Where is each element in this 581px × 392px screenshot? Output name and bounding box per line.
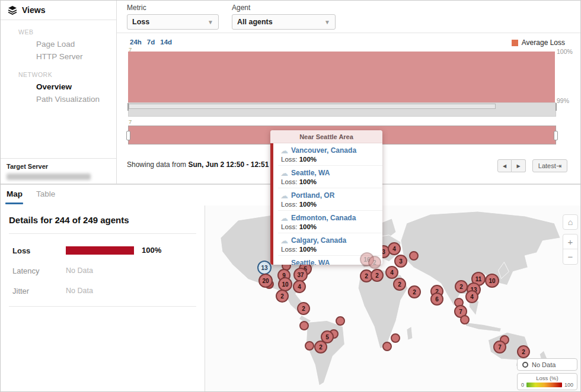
tooltip-agent-row: ☁Seattle, WALoss: 100% xyxy=(278,166,382,188)
agent-cluster-marker-2[interactable]: 2 xyxy=(371,269,384,282)
agent-label: Agent xyxy=(232,4,336,12)
world-map[interactable]: 132059371042252162343224222621110134772 … xyxy=(205,205,581,392)
agent-link[interactable]: Calgary, Canada xyxy=(291,236,346,245)
divider xyxy=(9,306,196,307)
y-axis-label-top: 100% xyxy=(557,48,573,55)
agent-value: All agents xyxy=(237,18,273,26)
latency-row-label: Latency xyxy=(12,266,40,275)
details-panel: Details for 244 of 249 agents Loss 100% … xyxy=(1,205,205,392)
cloud-agent-icon: ☁ xyxy=(280,264,288,265)
metric-select[interactable]: Loss ▼ xyxy=(127,14,219,30)
latency-value: No Data xyxy=(66,266,93,275)
agent-loss-value: Loss: 100% xyxy=(281,201,378,208)
tab-table[interactable]: Table xyxy=(36,189,55,198)
agent-cluster-marker-4[interactable]: 4 xyxy=(465,290,478,303)
agent-link[interactable]: Edmonton, Canada xyxy=(291,214,356,222)
scrollbar-left-grip[interactable] xyxy=(127,103,129,111)
nav-section-label: WEB xyxy=(18,28,116,36)
latest-button[interactable]: Latest⇥ xyxy=(532,159,567,172)
agent-group-tooltip: Near Seattle Area ☁Vancouver, CanadaLoss… xyxy=(270,130,382,265)
chevron-down-icon: ▼ xyxy=(324,19,330,25)
agent-link[interactable]: Portland, OR xyxy=(291,191,334,200)
agent-cluster-marker-2[interactable]: 2 xyxy=(408,285,421,298)
chevron-down-icon: ▼ xyxy=(208,19,213,25)
cloud-agent-icon: ☁ xyxy=(280,147,288,155)
views-header: Views xyxy=(1,1,116,20)
map-zoom-controls: + − xyxy=(563,234,578,265)
jitter-value: No Data xyxy=(66,287,93,295)
target-server-value-redacted xyxy=(7,173,91,180)
no-data-legend: No Data xyxy=(517,358,577,371)
loss-area-chart[interactable] xyxy=(128,52,555,102)
agent-cluster-marker-2[interactable]: 2 xyxy=(297,302,310,315)
agent-cluster-marker-10[interactable]: 10 xyxy=(485,274,499,288)
agent-select[interactable]: All agents ▼ xyxy=(232,14,336,30)
agent-cluster-marker-2[interactable]: 2 xyxy=(393,278,406,291)
agent-marker[interactable] xyxy=(391,333,400,343)
agent-cluster-marker-2[interactable]: 2 xyxy=(314,340,327,354)
cloud-agent-icon: ☁ xyxy=(280,169,288,177)
home-icon: ⌂ xyxy=(568,217,573,227)
agent-link[interactable]: Seattle, WA xyxy=(291,169,330,177)
sidebar-item-page-load[interactable]: Page Load xyxy=(1,38,116,50)
views-title: Views xyxy=(22,5,45,15)
agent-cluster-marker-2[interactable]: 2 xyxy=(368,256,381,269)
timeline-scrollbar-handle[interactable] xyxy=(129,104,496,109)
agent-cluster-marker-13[interactable]: 13 xyxy=(257,261,272,275)
views-sidebar: Views WEBPage LoadHTTP ServerNETWORKOver… xyxy=(1,1,117,184)
range-7d[interactable]: 7d xyxy=(147,38,155,46)
jitter-row-label: Jitter xyxy=(12,287,29,295)
agent-cluster-marker-7[interactable]: 7 xyxy=(493,340,506,354)
agent-cluster-marker-4[interactable]: 4 xyxy=(388,242,401,255)
active-tab-underline xyxy=(5,203,23,204)
agent-cluster-marker-2[interactable]: 2 xyxy=(276,290,289,303)
target-server-block: Target Server xyxy=(1,158,116,184)
agent-marker[interactable] xyxy=(299,321,309,330)
map-home-button[interactable]: ⌂ xyxy=(563,214,578,230)
tab-map[interactable]: Map xyxy=(7,189,23,198)
tooltip-agent-row: ☁Edmonton, CanadaLoss: 100% xyxy=(278,211,382,233)
divider xyxy=(9,233,196,234)
target-server-label: Target Server xyxy=(7,163,110,170)
brush-right-handle[interactable] xyxy=(554,131,558,140)
metric-value: Loss xyxy=(132,18,149,26)
agent-marker[interactable] xyxy=(460,315,470,324)
sidebar-item-http-server[interactable]: HTTP Server xyxy=(1,50,116,63)
tooltip-agent-row: ☁Vancouver, CanadaLoss: 100% xyxy=(278,143,382,166)
agent-link[interactable]: Vancouver, Canada xyxy=(291,146,356,155)
scrollbar-right-grip[interactable] xyxy=(556,103,557,111)
range-14d[interactable]: 14d xyxy=(160,38,172,46)
agent-cluster-marker-20[interactable]: 20 xyxy=(258,274,273,288)
range-24h[interactable]: 24h xyxy=(130,38,142,46)
agent-marker[interactable] xyxy=(336,316,345,326)
agent-loss-value: Loss: 100% xyxy=(281,178,378,185)
agent-marker[interactable] xyxy=(409,251,419,261)
controls-bar: Metric Loss ▼ Agent All agents ▼ xyxy=(117,1,581,33)
loss-gradient-bar xyxy=(526,383,562,387)
agent-cluster-marker-2[interactable]: 2 xyxy=(455,280,468,293)
agent-cluster-marker-6[interactable]: 6 xyxy=(430,293,443,306)
app-window: Views WEBPage LoadHTTP ServerNETWORKOver… xyxy=(0,0,581,392)
nav-section-label: NETWORK xyxy=(18,71,116,78)
agent-loss-value: Loss: 100% xyxy=(281,156,378,163)
timeline-scrollbar-track[interactable] xyxy=(128,102,556,117)
agent-marker[interactable] xyxy=(305,341,314,351)
agent-cluster-marker-4[interactable]: 4 xyxy=(385,266,398,279)
brush-left-handle[interactable] xyxy=(126,131,130,140)
agent-loss-value: Loss: 100% xyxy=(281,246,378,253)
prev-round-button[interactable]: ◀ xyxy=(497,159,512,172)
agent-cluster-marker-4[interactable]: 4 xyxy=(293,280,306,293)
no-data-label: No Data xyxy=(532,361,556,368)
agent-marker[interactable] xyxy=(382,342,392,351)
agent-cluster-marker-3[interactable]: 3 xyxy=(394,255,407,268)
zoom-out-button[interactable]: − xyxy=(563,249,577,264)
sidebar-item-path-visualization[interactable]: Path Visualization xyxy=(1,93,116,105)
zoom-in-button[interactable]: + xyxy=(563,234,577,249)
next-round-button[interactable]: ▶ xyxy=(512,159,526,172)
sidebar-item-overview[interactable]: Overview xyxy=(1,81,116,93)
agent-cluster-marker-2[interactable]: 2 xyxy=(517,345,530,358)
chart-legend: Average Loss xyxy=(512,38,565,47)
tooltip-title: Near Seattle Area xyxy=(270,130,382,143)
loss-scale-legend: Loss (%) 0 100 xyxy=(517,373,577,390)
timeline-nav-buttons: ◀ ▶ xyxy=(497,159,526,172)
